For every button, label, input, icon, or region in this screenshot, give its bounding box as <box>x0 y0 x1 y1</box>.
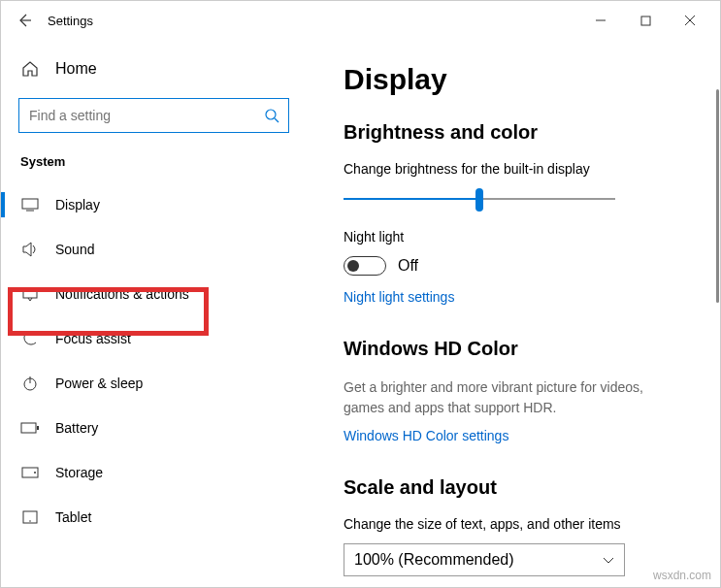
sound-icon <box>20 240 40 259</box>
brightness-label: Change brightness for the built-in displ… <box>344 161 683 177</box>
scrollbar[interactable] <box>716 89 719 303</box>
night-light-settings-link[interactable]: Night light settings <box>344 289 683 305</box>
display-icon <box>20 195 40 214</box>
scale-value: 100% (Recommended) <box>354 551 514 569</box>
close-button[interactable] <box>668 5 712 36</box>
hd-color-header: Windows HD Color <box>344 338 683 360</box>
sidebar-item-sound[interactable]: Sound <box>1 227 307 272</box>
power-icon <box>20 374 40 393</box>
home-link[interactable]: Home <box>1 49 307 88</box>
watermark: wsxdn.com <box>653 569 711 582</box>
sidebar-item-label: Power & sleep <box>55 376 143 391</box>
arrow-left-icon <box>16 13 32 28</box>
window-title: Settings <box>48 14 93 28</box>
section-header: System <box>1 147 307 182</box>
search-input[interactable] <box>18 98 289 133</box>
scale-label: Change the size of text, apps, and other… <box>344 516 683 532</box>
night-light-label: Night light <box>344 229 683 245</box>
svg-point-8 <box>34 472 36 474</box>
scale-dropdown[interactable]: 100% (Recommended) <box>344 543 625 576</box>
main-content: Display Brightness and color Change brig… <box>307 40 720 587</box>
sidebar-item-label: Tablet <box>55 509 91 525</box>
sidebar-item-battery[interactable]: Battery <box>1 406 307 450</box>
svg-point-10 <box>29 520 31 522</box>
hd-color-link[interactable]: Windows HD Color settings <box>344 428 683 443</box>
titlebar: Settings <box>1 1 720 40</box>
night-light-toggle[interactable] <box>344 256 386 276</box>
maximize-button[interactable] <box>623 5 668 36</box>
svg-rect-2 <box>22 199 38 209</box>
scale-header: Scale and layout <box>344 476 683 499</box>
home-label: Home <box>55 60 97 78</box>
minimize-button[interactable] <box>578 5 623 36</box>
svg-rect-0 <box>641 16 650 25</box>
sidebar-item-label: Focus assist <box>55 331 131 346</box>
sidebar: Home System Display Sound Notifications … <box>1 40 307 587</box>
storage-icon <box>20 463 40 482</box>
minimize-icon <box>595 15 606 26</box>
sidebar-item-label: Sound <box>55 242 94 257</box>
sidebar-item-power-sleep[interactable]: Power & sleep <box>1 361 307 406</box>
sidebar-item-focus-assist[interactable]: Focus assist <box>1 316 307 361</box>
night-light-state: Off <box>398 257 418 275</box>
brightness-header: Brightness and color <box>344 121 683 144</box>
svg-point-1 <box>266 110 276 119</box>
sidebar-item-label: Battery <box>55 420 98 436</box>
back-button[interactable] <box>9 5 40 36</box>
sidebar-item-tablet[interactable]: Tablet <box>1 495 307 539</box>
sidebar-item-display[interactable]: Display <box>1 182 307 227</box>
close-icon <box>684 15 696 26</box>
svg-rect-5 <box>21 423 36 433</box>
tablet-icon <box>20 507 40 527</box>
sidebar-item-label: Notifications & actions <box>55 286 189 302</box>
search-icon <box>262 106 281 125</box>
svg-rect-6 <box>37 426 39 430</box>
page-title: Display <box>344 63 683 96</box>
maximize-icon <box>640 16 651 26</box>
sidebar-item-notifications[interactable]: Notifications & actions <box>1 272 307 316</box>
chevron-down-icon <box>603 551 614 569</box>
svg-rect-3 <box>23 288 37 298</box>
notification-icon <box>20 284 40 304</box>
sidebar-item-label: Storage <box>55 465 103 480</box>
focus-assist-icon <box>20 329 40 348</box>
hd-color-desc: Get a brighter and more vibrant picture … <box>344 377 683 418</box>
battery-icon <box>20 418 40 438</box>
settings-window: Settings Home System Display <box>0 0 721 588</box>
sidebar-item-label: Display <box>55 197 100 212</box>
brightness-slider[interactable] <box>344 188 615 212</box>
sidebar-item-storage[interactable]: Storage <box>1 450 307 495</box>
home-icon <box>20 59 40 79</box>
